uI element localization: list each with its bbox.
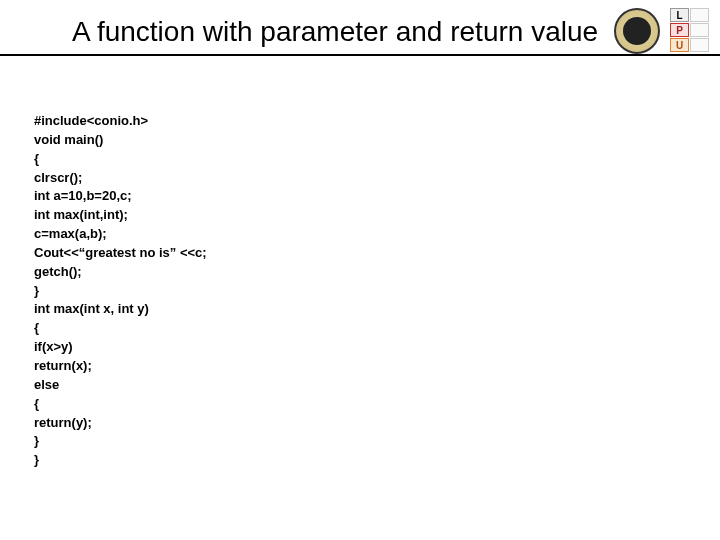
lpu-cell-blank3 bbox=[690, 38, 709, 52]
code-line: else bbox=[34, 377, 59, 392]
lpu-cell-u: U bbox=[670, 38, 689, 52]
university-seal-icon bbox=[614, 8, 660, 54]
code-line: void main() bbox=[34, 132, 103, 147]
code-line: } bbox=[34, 283, 39, 298]
code-listing: #include<conio.h> void main() { clrscr()… bbox=[34, 112, 207, 470]
code-line: return(x); bbox=[34, 358, 92, 373]
code-line: int max(int,int); bbox=[34, 207, 128, 222]
code-line: { bbox=[34, 151, 39, 166]
code-line: c=max(a,b); bbox=[34, 226, 107, 241]
slide-title: A function with parameter and return val… bbox=[72, 16, 598, 48]
lpu-cell-l: L bbox=[670, 8, 689, 22]
code-line: #include<conio.h> bbox=[34, 113, 148, 128]
code-line: Cout<<“greatest no is” <<c; bbox=[34, 245, 207, 260]
code-line: int max(int x, int y) bbox=[34, 301, 149, 316]
code-line: clrscr(); bbox=[34, 170, 82, 185]
code-line: if(x>y) bbox=[34, 339, 73, 354]
header-divider bbox=[0, 54, 720, 56]
code-line: } bbox=[34, 433, 39, 448]
lpu-logo: L P U bbox=[670, 8, 710, 53]
seal-inner-icon bbox=[623, 17, 651, 45]
code-line: getch(); bbox=[34, 264, 82, 279]
lpu-cell-blank bbox=[690, 8, 709, 22]
code-line: { bbox=[34, 320, 39, 335]
lpu-cell-p: P bbox=[670, 23, 689, 37]
lpu-cell-blank2 bbox=[690, 23, 709, 37]
code-line: return(y); bbox=[34, 415, 92, 430]
code-line: int a=10,b=20,c; bbox=[34, 188, 132, 203]
code-line: } bbox=[34, 452, 39, 467]
code-line: { bbox=[34, 396, 39, 411]
